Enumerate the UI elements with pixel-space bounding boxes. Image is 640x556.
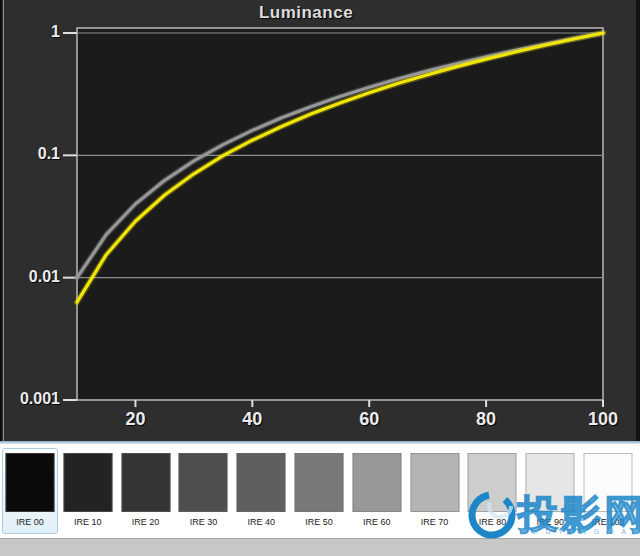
- swatch-ire-00[interactable]: IRE 00: [2, 448, 58, 534]
- swatch-ire-30[interactable]: IRE 30: [175, 448, 231, 534]
- swatch-color-square[interactable]: [526, 453, 575, 512]
- swatch-ire-90[interactable]: IRE 90: [522, 448, 578, 534]
- plot-area: [77, 28, 603, 400]
- swatch-label: IRE 20: [119, 517, 173, 527]
- x-tick-label-100: 100: [573, 409, 633, 430]
- swatch-ire-70[interactable]: IRE 70: [407, 448, 463, 534]
- swatch-color-square[interactable]: [584, 453, 633, 512]
- y-tick-label-0.01: 0.01: [8, 268, 60, 286]
- x-tick-label-80: 80: [456, 409, 516, 430]
- swatch-color-square[interactable]: [63, 453, 112, 512]
- swatch-label: IRE 70: [408, 517, 462, 527]
- swatch-ire-40[interactable]: IRE 40: [233, 448, 289, 534]
- swatch-ire-100[interactable]: IRE 100: [580, 448, 636, 534]
- swatch-color-square[interactable]: [468, 453, 517, 512]
- swatch-label: IRE 40: [234, 517, 288, 527]
- x-tick-label-40: 40: [222, 409, 282, 430]
- luminance-chart-panel: Luminance 10.10.010.001 20406080100: [0, 0, 640, 441]
- swatch-label: IRE 100: [581, 517, 635, 527]
- swatch-color-square[interactable]: [179, 453, 228, 512]
- luminance-plot: [0, 0, 640, 441]
- swatch-label: IRE 80: [465, 517, 519, 527]
- swatch-color-square[interactable]: [121, 453, 170, 512]
- x-tick-label-60: 60: [339, 409, 399, 430]
- bottom-status-strip: [0, 538, 640, 556]
- swatch-ire-60[interactable]: IRE 60: [349, 448, 405, 534]
- x-tick-label-20: 20: [105, 409, 165, 430]
- y-tick-label-0.001: 0.001: [8, 390, 60, 408]
- swatch-label: IRE 30: [176, 517, 230, 527]
- ire-swatch-strip: IRE 00IRE 10IRE 20IRE 30IRE 40IRE 50IRE …: [0, 444, 640, 538]
- y-tick-label-1: 1: [8, 23, 60, 41]
- swatch-label: IRE 60: [350, 517, 404, 527]
- swatch-label: IRE 10: [61, 517, 115, 527]
- swatch-color-square[interactable]: [295, 453, 344, 512]
- swatch-color-square[interactable]: [352, 453, 401, 512]
- swatch-label: IRE 50: [292, 517, 346, 527]
- swatch-ire-80[interactable]: IRE 80: [464, 448, 520, 534]
- swatch-color-square[interactable]: [237, 453, 286, 512]
- swatch-ire-10[interactable]: IRE 10: [60, 448, 116, 534]
- swatch-ire-50[interactable]: IRE 50: [291, 448, 347, 534]
- swatch-label: IRE 90: [523, 517, 577, 527]
- luminance-calibration-screen: Luminance 10.10.010.001 20406080100 IRE …: [0, 0, 640, 556]
- y-tick-label-0.1: 0.1: [8, 145, 60, 163]
- swatch-label: IRE 00: [3, 517, 57, 527]
- swatch-color-square[interactable]: [6, 453, 55, 512]
- swatch-ire-20[interactable]: IRE 20: [118, 448, 174, 534]
- swatch-color-square[interactable]: [410, 453, 459, 512]
